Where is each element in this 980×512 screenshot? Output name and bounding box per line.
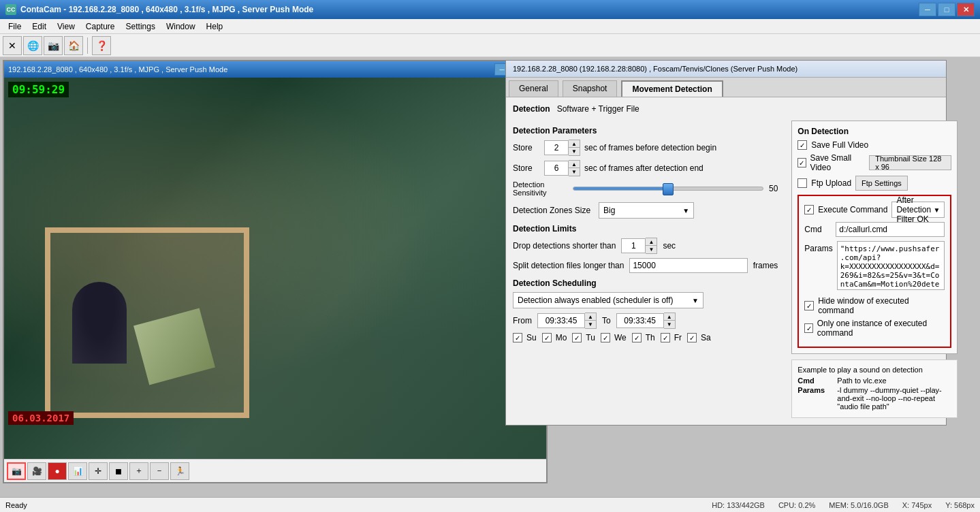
menu-view[interactable]: View [52, 20, 80, 33]
menu-help[interactable]: Help [201, 20, 229, 33]
right-column: On Detection Save Full Video Save Small … [791, 121, 958, 418]
on-detection-section: On Detection Save Full Video Save Small … [791, 121, 958, 354]
menu-settings[interactable]: Settings [121, 20, 161, 33]
drop-up[interactable]: ▲ [646, 238, 657, 246]
to-value[interactable]: 09:33:45 [616, 313, 664, 328]
camera-stats-btn[interactable]: 📊 [68, 462, 87, 480]
store-before-arrows: ▲ ▼ [569, 140, 580, 156]
params-row: Params "https://www.pushsafer.com/api?k=… [804, 241, 945, 292]
settings-content: Detection Software + Trigger File Detect… [506, 97, 946, 425]
settings-title: 192.168.2.28_8080 (192.168.2.28:8080) , … [506, 61, 946, 78]
store-after-down[interactable]: ▼ [569, 168, 580, 176]
sensitivity-track[interactable] [573, 187, 763, 191]
status-x: X: 745px [902, 501, 932, 509]
store-before-row: Store 2 ▲ ▼ sec of frames before detecti… [513, 140, 778, 156]
save-full-cb[interactable] [797, 140, 807, 150]
thumbnail-btn[interactable]: Thumbnail Size 128 x 96 [869, 155, 951, 170]
example-params-row: Params -l dummy --dummy-quiet --play-and… [797, 386, 951, 411]
drop-label: Drop detections shorter than [513, 241, 616, 251]
day-tu-cb[interactable] [572, 333, 582, 342]
day-mo: Mo [542, 333, 567, 342]
menu-window[interactable]: Window [161, 20, 201, 33]
day-fr-cb[interactable] [661, 333, 670, 342]
sensitivity-thumb[interactable] [663, 183, 674, 195]
toolbar-help-btn[interactable]: ❓ [92, 36, 111, 55]
from-up[interactable]: ▲ [585, 313, 596, 321]
cmd-row: Cmd [804, 222, 945, 237]
save-full-row: Save Full Video [797, 140, 951, 150]
from-down[interactable]: ▼ [585, 321, 596, 328]
store-before-unit: sec of frames before detection begin [584, 143, 716, 153]
from-arrows: ▲ ▼ [585, 313, 597, 329]
drop-down[interactable]: ▼ [646, 246, 657, 253]
minimize-button[interactable]: ─ [919, 3, 936, 16]
from-value[interactable]: 09:33:45 [537, 313, 585, 328]
app-icon: CC [5, 4, 16, 15]
window-controls: ─ □ ✕ [919, 3, 975, 16]
split-value[interactable] [629, 258, 747, 273]
toolbar-home-btn[interactable]: 🏠 [64, 36, 83, 55]
day-th-cb[interactable] [632, 333, 642, 342]
tab-snapshot[interactable]: Snapshot [563, 80, 618, 97]
menu-capture[interactable]: Capture [80, 20, 121, 33]
day-we-cb[interactable] [601, 333, 610, 342]
zones-dropdown[interactable]: Big ▼ [599, 202, 694, 219]
to-label: To [602, 316, 611, 325]
menu-edit[interactable]: Edit [27, 20, 52, 33]
example-cmd-label: Cmd [797, 377, 832, 385]
maximize-button[interactable]: □ [938, 3, 955, 16]
to-up[interactable]: ▲ [664, 313, 675, 321]
toolbar-globe-btn[interactable]: 🌐 [23, 36, 42, 55]
toolbar-camera-btn[interactable]: 📷 [44, 36, 63, 55]
store-before-up[interactable]: ▲ [569, 140, 580, 148]
cmd-label: Cmd [804, 225, 832, 234]
main-toolbar: ✕ 🌐 📷 🏠 ❓ [0, 34, 980, 57]
one-instance-cb[interactable] [804, 323, 812, 333]
detection-label: Detection [513, 104, 550, 114]
close-button[interactable]: ✕ [957, 3, 975, 16]
params-container: "https://www.pushsafer.com/api?k=XXXXXXX… [837, 241, 945, 292]
save-full-label: Save Full Video [811, 140, 868, 150]
store-before-value[interactable]: 2 [544, 140, 569, 155]
camera-video-btn[interactable]: 🎥 [27, 462, 46, 480]
execute-cb[interactable] [804, 205, 814, 214]
from-label: From [513, 316, 532, 325]
day-su-cb[interactable] [513, 333, 522, 342]
ftp-upload-row: Ftp Upload Ftp Settings [797, 176, 951, 191]
save-small-label: Save Small Video [810, 153, 866, 172]
day-su: Su [513, 333, 537, 342]
camera-move-btn[interactable]: ✛ [89, 462, 108, 480]
drop-value[interactable]: 1 [621, 238, 646, 253]
camera-motion-btn[interactable]: 🏃 [170, 462, 189, 480]
one-instance-row: Only one instance of executed command [804, 319, 945, 338]
zones-label: Detection Zones Size [513, 206, 590, 215]
to-down[interactable]: ▼ [664, 321, 675, 328]
execute-filter-dropdown[interactable]: After Detection Filter OK ▼ [891, 202, 945, 218]
store-before-down[interactable]: ▼ [569, 148, 580, 155]
hide-window-label: Hide window of executed command [818, 296, 945, 315]
save-small-cb[interactable] [797, 158, 806, 167]
day-sa-cb[interactable] [687, 333, 697, 342]
sensitivity-fill [573, 187, 668, 190]
cmd-input[interactable] [836, 222, 945, 237]
store-after-up[interactable]: ▲ [569, 161, 580, 168]
toolbar-close-btn[interactable]: ✕ [3, 36, 22, 55]
scheduling-dropdown[interactable]: Detection always enabled (scheduler is o… [513, 292, 704, 308]
ftp-settings-btn[interactable]: Ftp Settings [855, 176, 908, 191]
day-tu-label: Tu [586, 333, 595, 342]
params-textarea[interactable]: "https://www.pushsafer.com/api?k=XXXXXXX… [837, 241, 945, 290]
main-area: 192.168.2.28_8080 , 640x480 , 3.1f/s , M… [0, 57, 980, 497]
store-after-value[interactable]: 6 [544, 161, 569, 176]
menu-file[interactable]: File [3, 20, 27, 33]
tab-movement-detection[interactable]: Movement Detection [621, 80, 723, 97]
camera-minus-btn[interactable]: － [150, 462, 169, 480]
ftp-upload-cb[interactable] [797, 178, 807, 188]
camera-stop-btn[interactable]: ◼ [109, 462, 128, 480]
day-mo-cb[interactable] [542, 333, 552, 342]
camera-record-btn[interactable]: ● [48, 462, 67, 480]
camera-source-btn[interactable]: 📷 [7, 462, 26, 480]
camera-plus-btn[interactable]: ＋ [129, 462, 148, 480]
day-sa: Sa [687, 333, 711, 342]
hide-window-cb[interactable] [804, 301, 814, 310]
tab-general[interactable]: General [509, 80, 558, 97]
